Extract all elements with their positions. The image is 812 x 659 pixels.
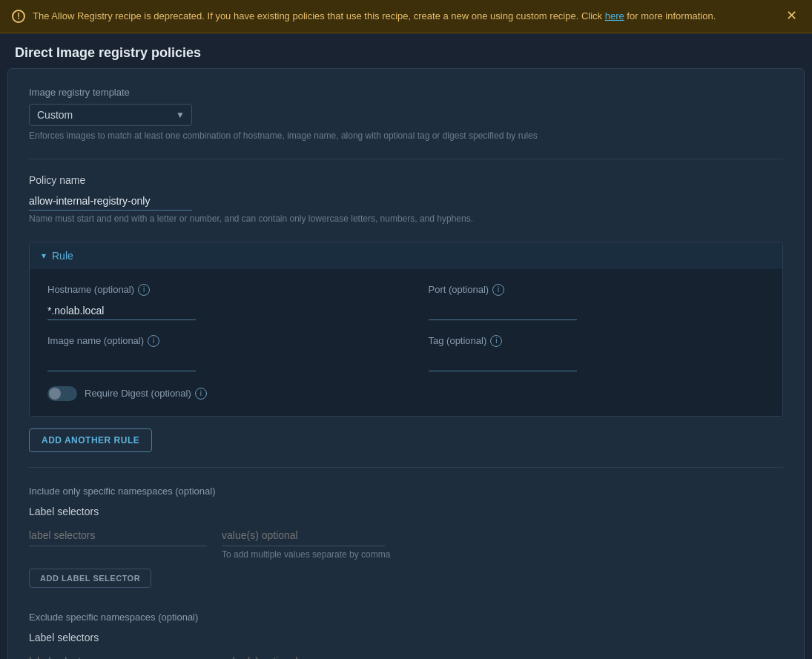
include-namespace-title: Include only specific namespaces (option… <box>29 486 783 497</box>
exclude-namespace-inputs: To add multiple values separate by comma <box>29 651 783 660</box>
require-digest-wrapper: Require Digest (optional) i <box>47 386 765 401</box>
port-label: Port (optional) i <box>429 284 765 296</box>
rule-chevron-icon: ▾ <box>42 251 46 261</box>
divider-2 <box>29 467 783 468</box>
template-dropdown[interactable]: Custom Docker Hub Quay.io GCR ECR <box>29 104 192 126</box>
warning-text: The Allow Registry recipe is deprecated.… <box>33 9 776 24</box>
exclude-label-selectors-label: Label selectors <box>29 632 783 643</box>
policy-name-section: Policy name Name must start and end with… <box>29 174 783 224</box>
include-label-input[interactable] <box>29 525 207 546</box>
policy-name-hint: Name must start and end with a letter or… <box>29 213 783 224</box>
exclude-values-group: To add multiple values separate by comma <box>222 651 390 660</box>
page-title: Direct Image registry policies <box>0 33 812 68</box>
include-namespace-section: Include only specific namespaces (option… <box>29 486 783 588</box>
tag-label: Tag (optional) i <box>429 335 765 347</box>
hostname-label: Hostname (optional) i <box>47 284 384 296</box>
warning-close-button[interactable]: ✕ <box>783 9 800 22</box>
hostname-input[interactable] <box>47 302 196 320</box>
divider-1 <box>29 159 783 159</box>
warning-icon: ! <box>12 10 25 23</box>
add-another-rule-button[interactable]: ADD ANOTHER RULE <box>29 428 152 452</box>
require-digest-info-icon[interactable]: i <box>195 388 207 400</box>
template-label: Image registry template <box>29 87 783 98</box>
add-include-selector-button[interactable]: ADD LABEL SELECTOR <box>29 569 151 588</box>
include-label-input-group <box>29 525 207 546</box>
include-namespace-inputs: To add multiple values separate by comma <box>29 525 783 560</box>
image-name-input[interactable] <box>47 353 196 371</box>
exclude-namespace-section: Exclude specific namespaces (optional) L… <box>29 612 783 660</box>
include-values-group: To add multiple values separate by comma <box>222 525 390 560</box>
require-digest-label: Require Digest (optional) i <box>85 388 207 400</box>
image-name-group: Image name (optional) i <box>47 335 384 371</box>
port-info-icon[interactable]: i <box>492 284 504 296</box>
tag-group: Tag (optional) i <box>429 335 765 371</box>
rule-header[interactable]: ▾ Rule <box>30 242 782 269</box>
template-description: Enforces images to match at least one co… <box>29 130 783 141</box>
include-label-selectors-label: Label selectors <box>29 506 783 517</box>
hostname-group: Hostname (optional) i <box>47 284 384 320</box>
warning-banner: ! The Allow Registry recipe is deprecate… <box>0 0 812 33</box>
image-name-info-icon[interactable]: i <box>148 335 159 347</box>
toggle-slider <box>47 386 77 401</box>
main-card: Image registry template Custom Docker Hu… <box>7 68 805 660</box>
port-group: Port (optional) i <box>429 284 765 320</box>
add-rule-section: ADD ANOTHER RULE <box>29 428 783 452</box>
rule-title: Rule <box>52 250 73 262</box>
require-digest-toggle[interactable] <box>47 386 77 401</box>
exclude-label-input[interactable] <box>29 651 207 660</box>
include-values-hint: To add multiple values separate by comma <box>222 549 390 560</box>
exclude-label-input-group <box>29 651 207 660</box>
template-section: Image registry template Custom Docker Hu… <box>29 87 783 141</box>
exclude-values-input[interactable] <box>222 651 385 660</box>
tag-input[interactable] <box>429 353 577 371</box>
warning-link[interactable]: here <box>605 10 624 21</box>
exclude-namespace-title: Exclude specific namespaces (optional) <box>29 612 783 623</box>
tag-info-icon[interactable]: i <box>490 335 502 347</box>
hostname-info-icon[interactable]: i <box>138 284 150 296</box>
include-values-input[interactable] <box>222 525 385 546</box>
rule-container: ▾ Rule Hostname (optional) i Port (optio… <box>29 242 783 417</box>
template-dropdown-wrapper: Custom Docker Hub Quay.io GCR ECR ▼ <box>29 104 192 126</box>
policy-name-input[interactable] <box>29 192 192 211</box>
port-input[interactable] <box>429 302 577 320</box>
rule-fields-grid: Hostname (optional) i Port (optional) i <box>47 284 765 371</box>
rule-body: Hostname (optional) i Port (optional) i <box>30 269 782 416</box>
image-name-label: Image name (optional) i <box>47 335 384 347</box>
policy-name-label: Policy name <box>29 174 783 186</box>
